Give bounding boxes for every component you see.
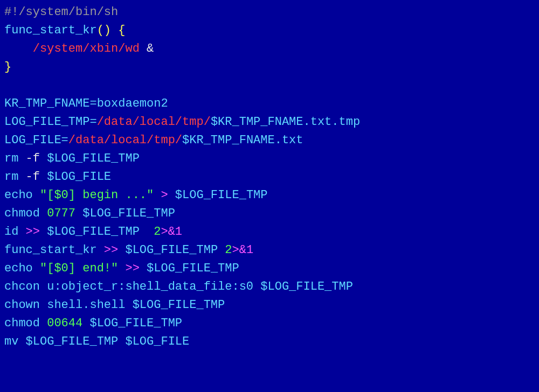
code-token [154, 188, 161, 202]
code-token: & [140, 42, 154, 55]
code-token [33, 262, 40, 275]
code-token: chown shell.shell $LOG_FILE_TMP [4, 298, 225, 312]
code-token: func_start_kr [4, 243, 97, 257]
code-token [18, 225, 25, 239]
code-token: 2 [225, 243, 232, 257]
code-token: mv $LOG_FILE_TMP $LOG_FILE [4, 335, 189, 348]
code-token: } [4, 60, 11, 74]
code-token: $LOG_FILE_TMP [82, 207, 175, 220]
code-token: echo [4, 188, 33, 202]
code-token: >> [125, 262, 139, 275]
code-token: chmod [4, 207, 40, 220]
code-token: $LOG_FILE_TMP [47, 225, 140, 239]
code-token [97, 243, 104, 257]
code-token: $LOG_FILE_TMP [147, 262, 239, 275]
code-token [140, 262, 147, 275]
code-token: $LOG_FILE [47, 170, 111, 184]
code-token: $LOG_FILE_TMP [175, 188, 268, 202]
code-token: /data/local/tmp/ [97, 115, 211, 129]
code-token: >&1 [161, 225, 182, 239]
code-token: rm [4, 152, 18, 165]
code-token: $LOG_FILE_TMP [125, 243, 218, 257]
code-token: $LOG_FILE_TMP [89, 317, 182, 330]
code-token [40, 317, 47, 330]
code-token: chmod [4, 317, 40, 330]
code-token: >&1 [232, 243, 254, 257]
code-token: KR_TMP_FNAME=boxdaemon2 [4, 97, 168, 110]
code-token [118, 243, 125, 257]
code-token: /data/local/tmp/ [68, 134, 182, 147]
code-token: LOG_FILE_TMP= [4, 115, 97, 129]
code-token [218, 243, 225, 257]
code-token: "[$0] begin ..." [40, 188, 154, 202]
code-token: $LOG_FILE_TMP [47, 152, 140, 165]
code-token: -f [18, 170, 47, 184]
code-token: echo [4, 262, 33, 275]
code-token: $KR_TMP_FNAME.txt [182, 134, 303, 147]
code-token: 00644 [47, 317, 82, 330]
code-token: /system/xbin/wd [33, 42, 140, 55]
code-token: #!/system/bin/sh [4, 5, 118, 19]
code-token: rm [4, 170, 18, 184]
code-token: $KR_TMP_FNAME.txt.tmp [211, 115, 360, 129]
code-token [82, 317, 89, 330]
code-token: () { [97, 24, 126, 37]
code-token [33, 188, 40, 202]
code-token: >> [26, 225, 40, 239]
code-token: LOG_FILE= [4, 134, 68, 147]
code-token: 2 [154, 225, 161, 239]
code-token: -f [18, 152, 47, 165]
code-token: 0777 [47, 207, 75, 220]
shell-script-code: #!/system/bin/sh func_start_kr() { /syst… [0, 0, 539, 354]
code-token: "[$0] end!" [40, 262, 118, 275]
code-token [40, 207, 47, 220]
code-token: func_start_kr [4, 24, 97, 37]
code-token [40, 225, 47, 239]
code-token [168, 188, 175, 202]
code-token: id [4, 225, 18, 239]
code-token [118, 262, 125, 275]
code-token: >> [104, 243, 118, 257]
code-token [140, 225, 154, 239]
code-token: > [161, 188, 168, 202]
code-token [75, 207, 82, 220]
code-token: chcon u:object_r:shell_data_file:s0 $LOG… [4, 280, 353, 293]
